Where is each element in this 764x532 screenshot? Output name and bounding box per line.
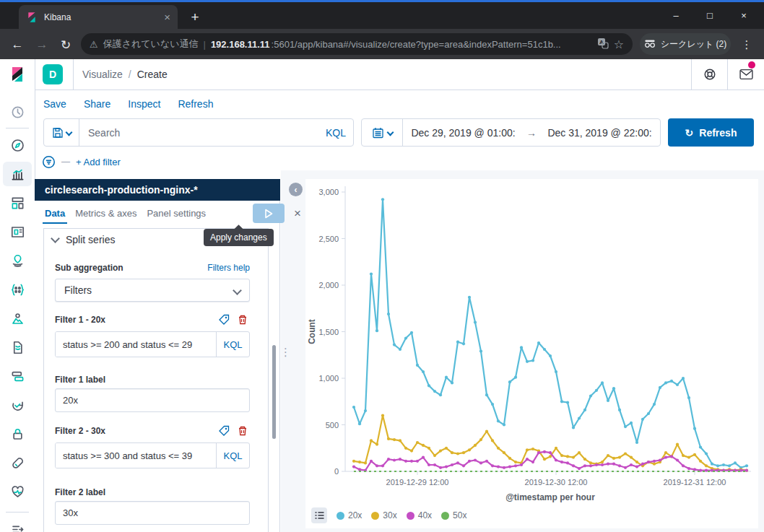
data-point[interactable] — [716, 464, 719, 467]
data-point[interactable] — [503, 466, 505, 469]
data-point[interactable] — [531, 461, 534, 463]
data-point[interactable] — [497, 447, 500, 450]
data-point[interactable] — [635, 461, 638, 463]
data-point[interactable] — [381, 464, 384, 467]
add-filter-button[interactable]: + Add filter — [76, 157, 121, 167]
apply-changes-button[interactable] — [253, 204, 285, 223]
chrome-menu-icon[interactable]: ⋮ — [737, 35, 757, 55]
filter-2-label-tag-icon[interactable] — [218, 425, 230, 437]
data-point[interactable] — [352, 406, 355, 409]
data-point[interactable] — [445, 376, 448, 379]
data-point[interactable] — [503, 423, 505, 426]
data-point[interactable] — [595, 389, 598, 392]
data-point[interactable] — [572, 464, 575, 467]
data-point[interactable] — [578, 467, 581, 470]
data-point[interactable] — [439, 466, 442, 469]
data-point[interactable] — [722, 463, 725, 466]
data-point[interactable] — [543, 450, 546, 453]
data-point[interactable] — [352, 466, 355, 468]
data-point[interactable] — [370, 460, 373, 463]
data-point[interactable] — [641, 463, 644, 466]
data-point[interactable] — [416, 364, 419, 367]
data-point[interactable] — [393, 438, 396, 441]
data-point[interactable] — [676, 458, 679, 461]
refresh-button[interactable]: ↻ Refresh — [668, 118, 754, 147]
data-point[interactable] — [555, 370, 557, 373]
data-point[interactable] — [682, 464, 685, 467]
data-point[interactable] — [491, 464, 494, 467]
data-point[interactable] — [364, 461, 367, 464]
data-point[interactable] — [705, 469, 708, 472]
translate-icon[interactable]: A — [597, 38, 609, 51]
data-point[interactable] — [526, 360, 529, 363]
filter-2-kql-button[interactable]: KQL — [216, 443, 249, 468]
save-button[interactable]: Save — [43, 98, 66, 110]
data-point[interactable] — [531, 359, 534, 362]
data-point[interactable] — [514, 376, 517, 379]
series-line-30x[interactable] — [354, 416, 747, 471]
data-point[interactable] — [618, 456, 621, 459]
data-point[interactable] — [630, 463, 633, 466]
data-point[interactable] — [376, 443, 378, 446]
data-point[interactable] — [612, 387, 615, 390]
data-point[interactable] — [358, 422, 361, 425]
saved-query-menu-button[interactable] — [44, 119, 79, 146]
data-point[interactable] — [508, 457, 511, 460]
data-point[interactable] — [589, 464, 592, 467]
data-point[interactable] — [745, 464, 748, 467]
data-point[interactable] — [578, 417, 581, 419]
data-point[interactable] — [641, 418, 644, 421]
data-point[interactable] — [555, 447, 557, 450]
data-point[interactable] — [560, 454, 563, 457]
kibana-logo-cell[interactable] — [0, 59, 35, 90]
nav-dashboard[interactable] — [3, 191, 32, 215]
date-range-start[interactable]: Dec 29, 2019 @ 01:00: — [403, 119, 524, 146]
data-point[interactable] — [699, 445, 702, 448]
data-point[interactable] — [410, 331, 413, 334]
data-point[interactable] — [422, 456, 425, 459]
data-point[interactable] — [687, 467, 690, 470]
data-point[interactable] — [445, 466, 448, 468]
data-point[interactable] — [404, 336, 407, 339]
nav-siem[interactable] — [3, 422, 32, 446]
data-point[interactable] — [427, 447, 430, 450]
data-point[interactable] — [433, 390, 436, 393]
data-point[interactable] — [537, 451, 540, 454]
forward-icon[interactable]: → — [32, 35, 52, 55]
nav-metrics[interactable] — [3, 306, 32, 331]
data-point[interactable] — [399, 439, 401, 442]
legend-item-40x[interactable]: 40x — [407, 510, 432, 520]
data-point[interactable] — [664, 451, 667, 454]
data-point[interactable] — [503, 451, 505, 454]
data-point[interactable] — [745, 469, 748, 472]
data-point[interactable] — [491, 403, 494, 406]
bookmark-star-icon[interactable]: ☆ — [614, 38, 624, 51]
data-point[interactable] — [664, 381, 667, 384]
filter-1-label-tag-icon[interactable] — [218, 314, 230, 326]
data-point[interactable] — [508, 466, 511, 468]
nav-dev-tools[interactable] — [3, 450, 32, 475]
data-point[interactable] — [427, 463, 430, 466]
data-point[interactable] — [479, 461, 482, 464]
data-point[interactable] — [439, 393, 442, 396]
data-point[interactable] — [583, 458, 586, 461]
data-point[interactable] — [410, 450, 413, 453]
data-point[interactable] — [370, 439, 373, 442]
data-point[interactable] — [393, 458, 396, 461]
browser-tab-kibana[interactable]: Kibana × — [19, 5, 178, 29]
nav-machine-learning[interactable] — [3, 277, 32, 302]
data-point[interactable] — [618, 464, 621, 467]
legend-item-30x[interactable]: 30x — [371, 510, 396, 520]
data-point[interactable] — [595, 463, 598, 466]
data-point[interactable] — [630, 456, 633, 459]
data-point[interactable] — [422, 444, 425, 447]
data-point[interactable] — [376, 329, 378, 332]
data-point[interactable] — [601, 381, 604, 384]
data-point[interactable] — [399, 458, 401, 461]
filter-1-query-input[interactable] — [56, 332, 216, 357]
data-point[interactable] — [526, 448, 529, 451]
data-point[interactable] — [526, 458, 529, 461]
breadcrumb-section[interactable]: Visualize — [82, 69, 123, 80]
tab-data[interactable]: Data — [45, 201, 65, 225]
nav-recently-viewed[interactable] — [3, 100, 32, 124]
